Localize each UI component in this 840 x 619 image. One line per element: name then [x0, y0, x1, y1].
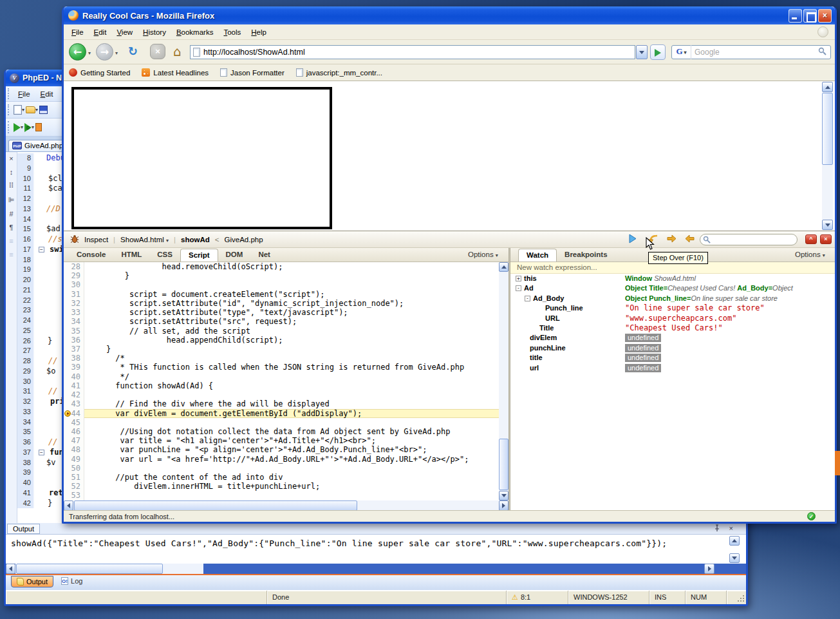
line-number[interactable]: 45 [64, 418, 84, 427]
scrollbar-thumb[interactable] [499, 439, 509, 490]
split-icon[interactable]: ↕ [10, 168, 14, 176]
line-number[interactable]: 39 [64, 363, 84, 372]
line-number[interactable]: 43 [64, 399, 84, 408]
line-number[interactable]: 51 [64, 473, 84, 482]
url-dropdown-button[interactable] [636, 45, 648, 59]
watch-row[interactable]: Title"Cheapest Used Cars!" [510, 323, 835, 333]
menu-bookmarks[interactable]: Bookmarks [171, 26, 219, 38]
watch-row[interactable]: titleundefined [510, 353, 835, 363]
line-number[interactable]: 48 [64, 445, 84, 454]
firebug-search-box[interactable] [700, 234, 798, 245]
menu-edit[interactable]: Edit [89, 26, 112, 38]
line-number[interactable]: 42 [64, 390, 84, 399]
scroll-up-button[interactable] [499, 262, 509, 272]
tab-log[interactable]: O! Log [56, 576, 88, 586]
line-number[interactable]: 41 [64, 381, 84, 390]
line-number[interactable]: 40 [64, 372, 84, 381]
search-input[interactable] [691, 48, 818, 57]
menu-file[interactable]: File [66, 26, 89, 38]
line-number[interactable]: 47 [64, 436, 84, 445]
line-number[interactable]: 46 [64, 427, 84, 436]
menu-tools[interactable]: Tools [218, 26, 246, 38]
collapse-icon[interactable]: - [516, 285, 521, 291]
phped-menu-edit[interactable]: Edit [35, 89, 59, 99]
line-number[interactable]: 30 [64, 280, 84, 289]
options-menu-left[interactable]: Options ▾ [468, 251, 498, 258]
open-file-button[interactable]: ▾ [26, 106, 38, 113]
watch-row[interactable]: Punch_line"On line super sale car store" [510, 303, 835, 313]
line-number[interactable]: 36 [64, 336, 84, 345]
maximize-button[interactable] [803, 9, 817, 23]
search-bar[interactable]: G▾ [671, 45, 831, 59]
tab-console[interactable]: Console [69, 249, 113, 262]
scroll-left-button[interactable] [64, 500, 73, 511]
pin-icon[interactable] [714, 524, 720, 533]
line-number[interactable]: 32 [64, 299, 84, 308]
line-number[interactable]: 33 [64, 308, 84, 317]
line-number[interactable]: 29 [64, 271, 84, 280]
content-vertical-scrollbar[interactable] [822, 82, 833, 230]
tab-dom[interactable]: DOM [218, 249, 251, 262]
bookmark-item[interactable]: Getting Started [69, 68, 130, 77]
scroll-up-button[interactable] [729, 536, 740, 546]
search-icon[interactable] [818, 46, 826, 58]
reload-button[interactable]: ↻ [128, 44, 138, 59]
line-number[interactable]: 28 [64, 262, 84, 271]
stop-button[interactable]: × [150, 44, 165, 59]
scroll-right-button[interactable] [704, 564, 714, 574]
check-icon[interactable]: ✓ [807, 512, 816, 520]
tab-html[interactable]: HTML [113, 249, 149, 262]
stack-function-name[interactable]: showAd [181, 236, 210, 243]
save-button[interactable] [39, 106, 48, 114]
output-horizontal-scrollbar[interactable] [6, 564, 746, 574]
step-into-button[interactable] [664, 234, 679, 245]
watch-row[interactable]: urlundefined [510, 363, 835, 373]
file-selector-dropdown[interactable]: ShowAd.html ▾ [120, 236, 169, 243]
stack-file-name[interactable]: GiveAd.php [225, 236, 263, 243]
menu-view[interactable]: View [111, 26, 138, 38]
new-file-button[interactable]: ▾ [14, 105, 24, 115]
script-horizontal-scrollbar[interactable] [64, 500, 509, 511]
close-firebug-button[interactable]: × [820, 234, 832, 244]
continue-button[interactable] [625, 234, 640, 245]
line-number[interactable]: 34 [64, 317, 84, 326]
tab-css[interactable]: CSS [149, 249, 180, 262]
line-number[interactable]: 38 [64, 354, 84, 363]
scroll-down-button[interactable] [499, 491, 509, 500]
tab-output[interactable]: Output [11, 576, 53, 587]
inspect-button[interactable]: Inspect [84, 236, 108, 243]
collapse-icon[interactable]: − [39, 247, 44, 252]
forward-history-dropdown[interactable]: ▾ [115, 50, 118, 56]
hash-icon[interactable]: # [9, 210, 13, 218]
watch-row[interactable]: -AdObject Title=Cheapest Used Cars! Ad_B… [510, 283, 835, 293]
scroll-right-button[interactable] [499, 500, 509, 511]
line-number[interactable]: 44 [64, 409, 84, 418]
firebug-bug-icon[interactable] [70, 234, 79, 245]
watch-row[interactable]: +thisWindow ShowAd.html [510, 274, 835, 283]
output-panel[interactable]: showAd({"Title":"Cheapest Used Cars!","A… [6, 535, 746, 564]
bookmark-item[interactable]: Latest Headlines [142, 68, 209, 77]
script-vertical-scrollbar[interactable] [499, 262, 509, 500]
script-source-view[interactable]: 28 head.removeChild(oScript);29 }3031 sc… [64, 262, 499, 500]
close-button[interactable]: × [818, 9, 832, 23]
scrollbar-thumb[interactable] [16, 564, 163, 574]
line-number[interactable]: 50 [64, 464, 84, 473]
scroll-up-button[interactable] [822, 82, 833, 92]
options-menu-right[interactable]: Options ▾ [795, 251, 825, 258]
close-icon[interactable]: × [729, 524, 733, 532]
debug-tool-button[interactable] [35, 123, 42, 131]
scroll-left-button[interactable] [6, 564, 15, 574]
run-debugger-button[interactable]: D▾ [24, 123, 34, 132]
menu-history[interactable]: History [138, 26, 171, 38]
line-number[interactable]: 35 [64, 327, 84, 336]
url-input[interactable] [203, 48, 635, 57]
scrollbar-thumb[interactable] [74, 500, 357, 511]
menu-help[interactable]: Help [246, 26, 272, 38]
minimize-button[interactable] [789, 9, 802, 23]
google-engine-icon[interactable]: G▾ [672, 45, 691, 59]
bookmark-item[interactable]: javascript:_mm_contr... [296, 68, 382, 77]
step-out-button[interactable] [682, 234, 697, 245]
collapse-icon[interactable]: − [39, 450, 44, 455]
forward-button[interactable]: → [96, 43, 113, 61]
indent-guide-icon[interactable]: ⊫ [8, 196, 15, 204]
